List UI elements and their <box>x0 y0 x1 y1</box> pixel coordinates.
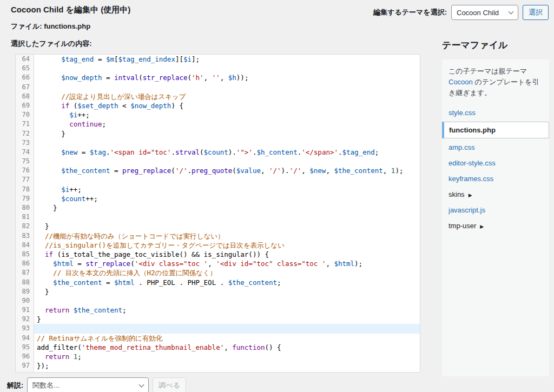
line-code: } <box>34 315 420 324</box>
line-code <box>34 296 420 305</box>
code-line-71[interactable]: 71 continue; <box>16 119 420 129</box>
theme-file-label: style.css <box>449 109 476 117</box>
code-line-86[interactable]: 86 $html = str_replace('<div class="toc … <box>16 259 420 268</box>
line-number: 80 <box>16 203 34 212</box>
code-line-77[interactable]: 77 <box>16 175 420 184</box>
code-line-81[interactable]: 81 <box>16 212 420 222</box>
theme-file-list: style.cssfunctions.phpamp.csseditor-styl… <box>442 105 549 234</box>
sidebar-heading: テーマファイル <box>442 39 549 51</box>
theme-file-label: amp.css <box>449 143 474 151</box>
code-line-66[interactable]: 66 $now_depth = intval(str_replace('h', … <box>16 73 420 82</box>
code-line-72[interactable]: 72 } <box>16 129 420 138</box>
line-number: 72 <box>16 129 34 138</box>
code-line-96[interactable]: 96 return 1; <box>16 352 420 361</box>
line-code: } <box>34 287 420 296</box>
code-line-69[interactable]: 69 if ($set_depth < $now_depth) { <box>16 101 420 110</box>
lookup-button[interactable]: 調べる <box>153 377 186 392</box>
code-line-92[interactable]: 92} <box>16 315 420 324</box>
theme-file-label: functions.php <box>449 126 496 134</box>
parent-theme-link[interactable]: Cocoon <box>449 78 473 86</box>
theme-file-keyframes.css[interactable]: keyframes.css <box>442 171 549 187</box>
theme-file-style.css[interactable]: style.css <box>442 105 549 121</box>
line-code: if (is_total_the_page_toc_visible() && i… <box>34 250 420 259</box>
line-number: 70 <box>16 110 34 119</box>
line-code <box>34 138 420 148</box>
code-editor[interactable]: 64 $tag_end = $m[$tag_end_index][$i];656… <box>15 54 420 373</box>
code-line-76[interactable]: 76 $the_content = preg_replace('/'.preg_… <box>16 166 420 175</box>
theme-file-javascript.js[interactable]: javascript.js <box>442 202 549 218</box>
code-line-94[interactable]: 94// Retinaサムネイルを強制的に有効化 <box>16 334 420 343</box>
line-code: //設定より見出しが深い場合はスキップ <box>34 92 420 101</box>
code-line-65[interactable]: 65 <box>16 64 420 73</box>
theme-file-label: skins <box>449 190 465 198</box>
line-code: $tag_end = $m[$tag_end_index][$i]; <box>34 55 420 64</box>
theme-file-amp.css[interactable]: amp.css <box>442 139 549 155</box>
code-line-78[interactable]: 78 $i++; <box>16 185 420 194</box>
function-name-placeholder: 関数名... <box>32 381 60 390</box>
line-code: $new = $tag.'<span id="toc'.strval($coun… <box>34 148 420 157</box>
code-line-87[interactable]: 87 // 目次を本文の先頭に挿入（H2の位置に関係なく） <box>16 268 420 277</box>
line-number: 82 <box>16 222 34 231</box>
theme-file-label: tmp-user <box>449 222 476 230</box>
code-line-67[interactable]: 67 <box>16 83 420 92</box>
code-line-83[interactable]: 83 //機能が有効な時のみ（ショートコードでは実行しない） <box>16 231 420 241</box>
code-lines: 64 $tag_end = $m[$tag_end_index][$i];656… <box>16 55 420 370</box>
theme-file-skins[interactable]: skins▶ <box>442 187 549 202</box>
code-line-64[interactable]: 64 $tag_end = $m[$tag_end_index][$i]; <box>16 55 420 64</box>
line-number: 67 <box>16 83 34 92</box>
code-line-90[interactable]: 90 <box>16 296 420 305</box>
line-number: 78 <box>16 185 34 194</box>
code-line-68[interactable]: 68 //設定より見出しが深い場合はスキップ <box>16 92 420 101</box>
line-number: 89 <box>16 287 34 296</box>
line-number: 94 <box>16 334 34 343</box>
line-code: } <box>34 203 420 212</box>
code-line-85[interactable]: 85 if (is_total_the_page_toc_visible() &… <box>16 250 420 259</box>
page-title: Cocoon Child を編集中 (使用中) <box>11 5 130 15</box>
theme-select[interactable]: Cocoon Child <box>451 5 518 20</box>
theme-file-label: javascript.js <box>449 206 485 214</box>
line-code: $the_content = $html . PHP_EOL . PHP_EOL… <box>34 278 420 287</box>
folder-expand-icon: ▶ <box>480 224 484 229</box>
line-code <box>34 157 420 166</box>
line-code: $now_depth = intval(str_replace('h', '',… <box>34 73 420 82</box>
line-number: 77 <box>16 175 34 184</box>
line-code: add_filter('theme_mod_retina_thumbnail_e… <box>34 343 420 352</box>
code-padding <box>34 370 420 372</box>
line-code: // 目次を本文の先頭に挿入（H2の位置に関係なく） <box>34 268 420 277</box>
line-code: // Retinaサムネイルを強制的に有効化 <box>34 334 420 343</box>
line-number: 71 <box>16 119 34 129</box>
line-code: $i++; <box>34 185 420 194</box>
line-number: 69 <box>16 101 34 110</box>
code-line-70[interactable]: 70 $i++; <box>16 110 420 119</box>
code-line-95[interactable]: 95add_filter('theme_mod_retina_thumbnail… <box>16 343 420 352</box>
theme-file-tmp-user[interactable]: tmp-user▶ <box>442 218 549 234</box>
code-line-91[interactable]: 91 return $the_content; <box>16 305 420 315</box>
code-line-79[interactable]: 79 $count++; <box>16 194 420 203</box>
theme-files-sidebar: テーマファイル この子テーマは親テーマ Cocoon のテンプレートを引き継ぎま… <box>442 39 549 376</box>
code-line-75[interactable]: 75 <box>16 157 420 166</box>
function-name-select[interactable]: 関数名... <box>27 377 149 392</box>
child-theme-notice: この子テーマは親テーマ Cocoon のテンプレートを引き継ぎます。 <box>442 66 549 98</box>
line-code: $the_content = preg_replace('/'.preg_quo… <box>34 166 420 175</box>
code-line-88[interactable]: 88 $the_content = $html . PHP_EOL . PHP_… <box>16 278 420 287</box>
line-number: 90 <box>16 296 34 305</box>
code-line-73[interactable]: 73 <box>16 138 420 148</box>
line-number: 86 <box>16 259 34 268</box>
code-line-74[interactable]: 74 $new = $tag.'<span id="toc'.strval($c… <box>16 148 420 157</box>
line-number: 87 <box>16 268 34 277</box>
line-number: 93 <box>16 324 34 333</box>
line-code: $html = str_replace('<div class="toc ', … <box>34 259 420 268</box>
theme-file-functions.php[interactable]: functions.php <box>442 122 549 138</box>
code-line-80[interactable]: 80 } <box>16 203 420 212</box>
current-file-label: ファイル: functions.php <box>11 18 130 31</box>
line-number: 97 <box>16 361 34 370</box>
theme-select-button[interactable]: 選択 <box>523 5 549 20</box>
code-line-89[interactable]: 89 } <box>16 287 420 296</box>
line-code: return $the_content; <box>34 305 420 315</box>
theme-file-editor-style.css[interactable]: editor-style.css <box>442 155 549 171</box>
code-line-82[interactable]: 82 } <box>16 222 420 231</box>
line-number: 81 <box>16 212 34 222</box>
code-line-97[interactable]: 97}); <box>16 361 420 370</box>
code-line-84[interactable]: 84 //is_singular()を追加してカテゴリー・タグページでは目次を表… <box>16 241 420 250</box>
code-line-93[interactable]: 93 <box>16 324 420 333</box>
